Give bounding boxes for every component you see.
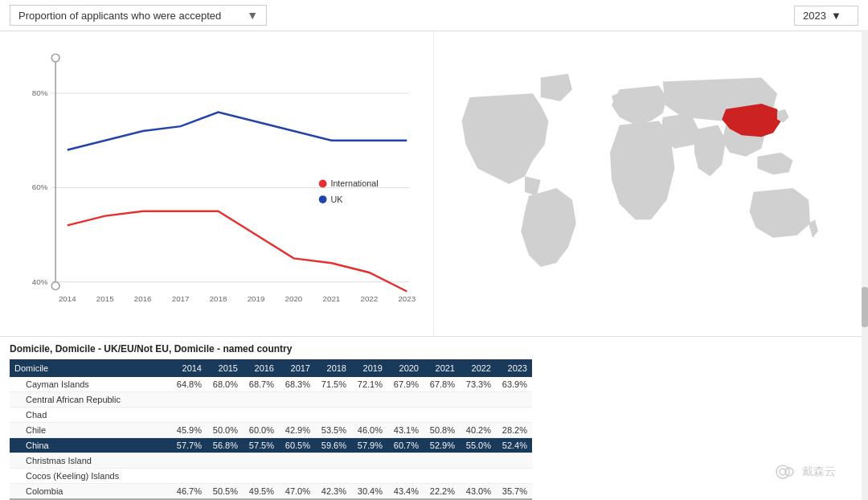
- table-row: Chile45.9%50.0%60.0%42.9%53.5%46.0%43.1%…: [10, 423, 532, 438]
- year-dropdown[interactable]: 2023 ▼: [794, 6, 858, 26]
- cell-value: 68.0%: [207, 377, 243, 392]
- col-header-domicile: Domicile: [10, 359, 170, 377]
- cell-value: [460, 408, 496, 423]
- svg-text:2019: 2019: [248, 294, 265, 303]
- cell-value: [351, 469, 387, 484]
- cell-value: [424, 392, 460, 408]
- col-header-2015: 2015: [207, 359, 243, 377]
- cell-value: [496, 392, 532, 408]
- cell-value: [243, 469, 279, 484]
- svg-text:2016: 2016: [134, 294, 152, 303]
- cell-value: 35.7%: [496, 484, 532, 500]
- cell-value: [387, 469, 424, 484]
- title-dropdown[interactable]: Proportion of applicants who were accept…: [10, 5, 267, 26]
- svg-text:2018: 2018: [210, 294, 227, 303]
- table-row: Christmas Island: [10, 453, 532, 469]
- cell-domicile: Colombia: [10, 484, 170, 500]
- cell-value: [424, 469, 460, 484]
- cell-value: 46.0%: [351, 423, 387, 438]
- svg-text:40%: 40%: [32, 277, 48, 286]
- cell-value: [460, 469, 496, 484]
- data-table: Domicile 2014 2015 2016 2017 2018 2019 2…: [10, 359, 532, 500]
- title-chevron-icon: ▼: [247, 9, 258, 22]
- cell-value: 30.4%: [351, 484, 387, 500]
- cell-value: [207, 392, 243, 408]
- cell-value: [387, 453, 424, 469]
- svg-point-8: [51, 282, 59, 290]
- cell-value: [351, 408, 387, 423]
- cell-value: 57.5%: [243, 438, 279, 453]
- cell-value: [351, 392, 387, 408]
- table-row: Central African Republic: [10, 392, 532, 408]
- cell-value: [279, 392, 315, 408]
- watermark: 戴森云: [773, 460, 836, 484]
- svg-text:2021: 2021: [323, 294, 341, 303]
- cell-value: 40.2%: [460, 423, 496, 438]
- cell-value: [496, 453, 532, 469]
- col-header-2021: 2021: [424, 359, 460, 377]
- cell-value: 43.4%: [387, 484, 424, 500]
- top-bar: Proportion of applicants who were accept…: [0, 0, 868, 31]
- cell-value: [243, 392, 279, 408]
- cell-value: 43.0%: [460, 484, 496, 500]
- world-map-svg: [446, 64, 856, 305]
- line-chart-svg: 80% 60% 40% 2014 2015 2016 2017 2018 201…: [24, 39, 417, 328]
- cell-value: 49.5%: [243, 484, 279, 500]
- svg-text:60%: 60%: [32, 182, 48, 191]
- svg-text:2020: 2020: [285, 294, 303, 303]
- col-header-2016: 2016: [243, 359, 279, 377]
- cell-domicile: Chile: [10, 423, 170, 438]
- cell-domicile: Cocos (Keeling) Islands: [10, 469, 170, 484]
- cell-value: [279, 469, 315, 484]
- cell-value: [351, 453, 387, 469]
- cell-domicile: China: [10, 438, 170, 453]
- scrollbar-thumb[interactable]: [862, 287, 868, 327]
- cell-value: 55.0%: [460, 438, 496, 453]
- col-header-2019: 2019: [351, 359, 387, 377]
- cell-value: [315, 469, 351, 484]
- watermark-icon: [773, 460, 797, 484]
- svg-text:UK: UK: [330, 195, 343, 204]
- table-row: China57.7%56.8%57.5%60.5%59.6%57.9%60.7%…: [10, 438, 532, 453]
- cell-value: 67.9%: [387, 377, 424, 392]
- cell-value: 67.8%: [424, 377, 460, 392]
- svg-text:2015: 2015: [96, 294, 114, 303]
- cell-domicile: Cayman Islands: [10, 377, 170, 392]
- cell-value: [279, 453, 315, 469]
- cell-value: 53.5%: [315, 423, 351, 438]
- table-row: Colombia46.7%50.5%49.5%47.0%42.3%30.4%43…: [10, 484, 532, 500]
- cell-value: 50.8%: [424, 423, 460, 438]
- cell-value: [387, 408, 424, 423]
- svg-text:2023: 2023: [398, 294, 416, 303]
- cell-value: 57.7%: [170, 438, 207, 453]
- table-label: Domicile, Domicile - UK/EU/Not EU, Domic…: [10, 343, 858, 355]
- cell-value: [170, 408, 207, 423]
- main-content: 80% 60% 40% 2014 2015 2016 2017 2018 201…: [0, 31, 868, 337]
- table-row: Chad: [10, 408, 532, 423]
- cell-domicile: Central African Republic: [10, 392, 170, 408]
- chart-title: Proportion of applicants who were accept…: [18, 10, 221, 22]
- cell-value: 43.1%: [387, 423, 424, 438]
- cell-value: [387, 392, 424, 408]
- cell-value: [243, 453, 279, 469]
- svg-point-24: [776, 465, 789, 478]
- cell-value: [496, 408, 532, 423]
- svg-text:2022: 2022: [360, 294, 378, 303]
- cell-value: 71.5%: [315, 377, 351, 392]
- svg-text:80%: 80%: [32, 88, 48, 97]
- cell-value: [315, 453, 351, 469]
- cell-value: 60.5%: [279, 438, 315, 453]
- scrollbar-track[interactable]: [862, 30, 868, 500]
- cell-value: [207, 408, 243, 423]
- cell-value: 47.0%: [279, 484, 315, 500]
- year-chevron-icon: ▼: [831, 10, 841, 22]
- cell-value: 45.9%: [170, 423, 207, 438]
- cell-value: 52.4%: [496, 438, 532, 453]
- cell-value: [496, 469, 532, 484]
- cell-value: [424, 408, 460, 423]
- cell-value: [243, 408, 279, 423]
- col-header-2020: 2020: [387, 359, 424, 377]
- world-map-area: [434, 31, 868, 336]
- cell-value: [207, 453, 243, 469]
- bottom-section: Domicile, Domicile - UK/EU/Not EU, Domic…: [0, 337, 868, 500]
